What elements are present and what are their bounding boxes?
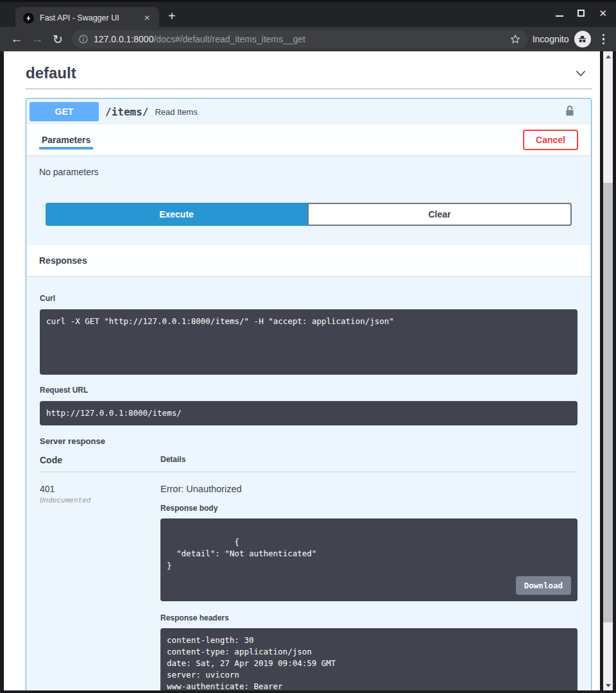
window-close-icon[interactable]: ✕ xyxy=(599,10,607,17)
tab-close-icon[interactable]: ✕ xyxy=(141,12,153,24)
download-button[interactable]: Download xyxy=(516,576,571,595)
status-code-cell: 401 Undocumented xyxy=(40,472,160,690)
url-path: /docs#/default/read_items_items__get xyxy=(153,34,305,44)
curl-label: Curl xyxy=(40,294,578,303)
undocumented-badge: Undocumented xyxy=(40,496,160,504)
operation-description: Read Items xyxy=(155,107,197,117)
tab-strip: Fast API - Swagger UI ✕ + ✕ xyxy=(0,0,616,27)
tag-title: default xyxy=(26,64,76,82)
browser-menu-icon[interactable] xyxy=(597,34,610,45)
scrollbar-thumb[interactable] xyxy=(603,183,613,622)
incognito-indicator: Incognito xyxy=(533,31,591,47)
parameters-header: Parameters Cancel xyxy=(26,124,591,155)
back-icon[interactable]: ← xyxy=(6,32,27,46)
swagger-ui: default GET /items/ Read Items Parameter… xyxy=(4,51,600,690)
tag-section-header[interactable]: default xyxy=(26,51,592,89)
parameters-body: No parameters xyxy=(26,155,591,177)
clear-button[interactable]: Clear xyxy=(307,203,572,226)
minimize-icon[interactable] xyxy=(556,10,563,17)
execute-button-group: Execute Clear xyxy=(26,177,591,245)
vertical-scrollbar[interactable] xyxy=(603,51,613,690)
tab-title: Fast API - Swagger UI xyxy=(40,13,141,22)
responses-wrapper: Curl curl -X GET "http://127.0.0.1:8000/… xyxy=(26,276,591,690)
url-text[interactable]: 127.0.0.1:8000/docs#/default/read_items_… xyxy=(94,34,509,44)
incognito-label: Incognito xyxy=(533,34,569,44)
request-url-label: Request URL xyxy=(40,386,578,395)
tab-parameters[interactable]: Parameters xyxy=(39,127,93,153)
response-headers-panel: content-length: 30 content-type: applica… xyxy=(160,628,578,690)
http-method-badge: GET xyxy=(30,102,99,121)
response-details-cell: Error: Unauthorized Response body { "det… xyxy=(160,472,578,690)
column-header-details: Details xyxy=(160,455,578,472)
operation-block-get-items: GET /items/ Read Items Parameters Cancel… xyxy=(26,98,592,690)
scroll-up-icon[interactable] xyxy=(603,51,613,62)
forward-icon[interactable]: → xyxy=(27,32,47,46)
execute-button[interactable]: Execute xyxy=(46,203,307,226)
bookmark-star-icon[interactable] xyxy=(509,33,521,45)
browser-toolbar: ← → ↻ 127.0.0.1:8000/docs#/default/read_… xyxy=(0,27,616,51)
reload-icon[interactable]: ↻ xyxy=(47,32,68,47)
operation-summary[interactable]: GET /items/ Read Items xyxy=(26,99,591,124)
page-viewport: default GET /items/ Read Items Parameter… xyxy=(4,51,600,690)
request-url-value: http://127.0.0.1:8000/items/ xyxy=(40,401,578,425)
incognito-icon xyxy=(574,31,591,47)
page-info-icon[interactable] xyxy=(78,34,89,44)
url-host: 127.0.0.1:8000 xyxy=(94,34,153,44)
response-headers-label: Response headers xyxy=(160,613,578,622)
no-parameters-text: No parameters xyxy=(39,167,578,177)
server-response-table: Code Details 401 Undocumented Error: Una… xyxy=(40,455,578,690)
section-divider xyxy=(26,89,592,89)
maximize-icon[interactable] xyxy=(578,10,585,17)
response-body-panel: { "detail": "Not authenticated" } Downlo… xyxy=(160,518,578,601)
server-response-label: Server response xyxy=(40,436,578,446)
chevron-down-icon[interactable] xyxy=(574,66,588,80)
column-header-code: Code xyxy=(40,455,160,472)
curl-command[interactable]: curl -X GET "http://127.0.0.1:8000/items… xyxy=(40,309,578,375)
responses-section-header: Responses xyxy=(26,245,591,276)
auth-lock-icon[interactable] xyxy=(563,105,576,119)
browser-tab[interactable]: Fast API - Swagger UI ✕ xyxy=(15,7,159,29)
cancel-button[interactable]: Cancel xyxy=(523,130,578,150)
fastapi-favicon-icon xyxy=(23,13,34,24)
response-body-label: Response body xyxy=(160,504,578,513)
scroll-down-icon[interactable] xyxy=(603,680,613,690)
new-tab-button[interactable]: + xyxy=(168,10,176,22)
address-bar[interactable]: 127.0.0.1:8000/docs#/default/read_items_… xyxy=(72,30,527,48)
status-code: 401 xyxy=(40,484,160,494)
operation-path: /items/ xyxy=(105,106,148,118)
response-body-json: { "detail": "Not authenticated" } xyxy=(167,537,316,570)
window-controls: ✕ xyxy=(556,10,607,17)
response-error-title: Error: Unauthorized xyxy=(160,484,578,494)
